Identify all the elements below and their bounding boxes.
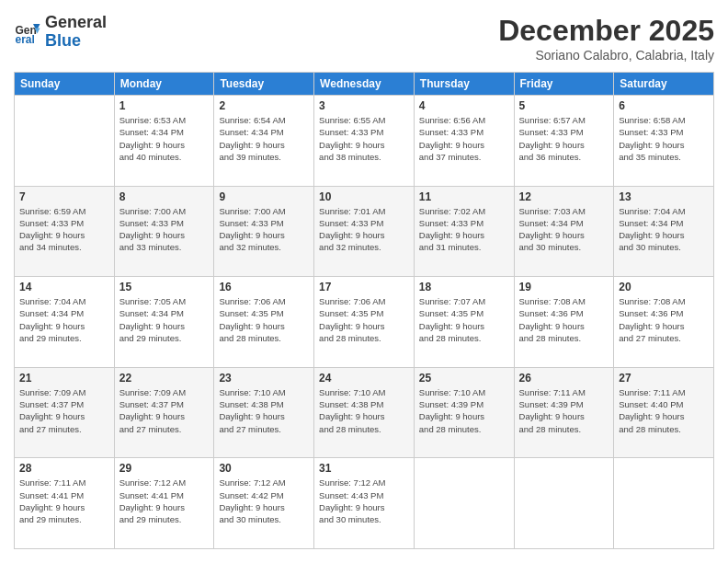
calendar-cell: 30Sunrise: 7:12 AMSunset: 4:42 PMDayligh…	[214, 458, 314, 549]
calendar-cell	[15, 96, 115, 187]
calendar-cell: 28Sunrise: 7:11 AMSunset: 4:41 PMDayligh…	[15, 458, 115, 549]
day-number: 27	[619, 372, 709, 385]
day-info: Sunrise: 7:05 AMSunset: 4:34 PMDaylight:…	[119, 295, 210, 344]
calendar-cell: 12Sunrise: 7:03 AMSunset: 4:34 PMDayligh…	[514, 186, 614, 277]
day-info: Sunrise: 7:09 AMSunset: 4:37 PMDaylight:…	[119, 386, 210, 435]
day-number: 31	[319, 462, 409, 475]
day-header-saturday: Saturday	[614, 73, 714, 96]
day-info: Sunrise: 7:00 AMSunset: 4:33 PMDaylight:…	[119, 205, 210, 254]
day-number: 12	[519, 190, 609, 203]
calendar-cell: 15Sunrise: 7:05 AMSunset: 4:34 PMDayligh…	[114, 277, 214, 368]
day-number: 21	[19, 372, 109, 385]
calendar-cell: 6Sunrise: 6:58 AMSunset: 4:33 PMDaylight…	[614, 96, 714, 187]
day-info: Sunrise: 7:12 AMSunset: 4:41 PMDaylight:…	[119, 477, 210, 525]
day-info: Sunrise: 7:08 AMSunset: 4:36 PMDaylight:…	[619, 295, 709, 344]
day-number: 28	[19, 462, 109, 475]
day-info: Sunrise: 7:12 AMSunset: 4:43 PMDaylight:…	[319, 477, 409, 525]
day-number: 5	[519, 99, 609, 112]
day-number: 18	[419, 281, 509, 293]
day-info: Sunrise: 7:09 AMSunset: 4:37 PMDaylight:…	[19, 386, 109, 435]
day-number: 4	[419, 99, 509, 112]
calendar-cell: 18Sunrise: 7:07 AMSunset: 4:35 PMDayligh…	[414, 277, 514, 368]
day-number: 26	[519, 372, 609, 385]
calendar-week-1: 7Sunrise: 6:59 AMSunset: 4:33 PMDaylight…	[15, 186, 714, 277]
day-info: Sunrise: 7:11 AMSunset: 4:41 PMDaylight:…	[19, 477, 109, 525]
month-title: December 2025	[498, 14, 714, 48]
calendar-cell: 16Sunrise: 7:06 AMSunset: 4:35 PMDayligh…	[214, 277, 314, 368]
calendar-cell: 9Sunrise: 7:00 AMSunset: 4:33 PMDaylight…	[214, 186, 314, 277]
title-block: December 2025 Soriano Calabro, Calabria,…	[498, 14, 714, 63]
day-number: 2	[219, 99, 309, 112]
calendar-cell: 22Sunrise: 7:09 AMSunset: 4:37 PMDayligh…	[114, 367, 214, 458]
svg-text:eral: eral	[16, 33, 35, 46]
day-info: Sunrise: 7:01 AMSunset: 4:33 PMDaylight:…	[319, 205, 409, 254]
calendar-cell: 4Sunrise: 6:56 AMSunset: 4:33 PMDaylight…	[414, 96, 514, 187]
day-number: 9	[219, 190, 309, 203]
calendar-cell: 25Sunrise: 7:10 AMSunset: 4:39 PMDayligh…	[414, 367, 514, 458]
day-info: Sunrise: 6:53 AMSunset: 4:34 PMDaylight:…	[119, 114, 210, 163]
day-info: Sunrise: 7:10 AMSunset: 4:39 PMDaylight:…	[419, 386, 509, 435]
calendar-cell: 23Sunrise: 7:10 AMSunset: 4:38 PMDayligh…	[214, 367, 314, 458]
day-number: 10	[319, 190, 409, 203]
calendar-cell: 3Sunrise: 6:55 AMSunset: 4:33 PMDaylight…	[314, 96, 415, 187]
calendar-cell: 24Sunrise: 7:10 AMSunset: 4:38 PMDayligh…	[314, 367, 415, 458]
day-header-sunday: Sunday	[15, 73, 115, 96]
day-info: Sunrise: 7:06 AMSunset: 4:35 PMDaylight:…	[319, 295, 409, 344]
calendar-week-4: 28Sunrise: 7:11 AMSunset: 4:41 PMDayligh…	[15, 458, 714, 549]
calendar-cell: 13Sunrise: 7:04 AMSunset: 4:34 PMDayligh…	[614, 186, 714, 277]
day-info: Sunrise: 7:07 AMSunset: 4:35 PMDaylight:…	[419, 295, 509, 344]
calendar-cell: 27Sunrise: 7:11 AMSunset: 4:40 PMDayligh…	[614, 367, 714, 458]
calendar-cell: 17Sunrise: 7:06 AMSunset: 4:35 PMDayligh…	[314, 277, 415, 368]
calendar-cell: 11Sunrise: 7:02 AMSunset: 4:33 PMDayligh…	[414, 186, 514, 277]
day-info: Sunrise: 7:06 AMSunset: 4:35 PMDaylight:…	[219, 295, 309, 344]
day-number: 20	[619, 281, 709, 293]
calendar-cell: 10Sunrise: 7:01 AMSunset: 4:33 PMDayligh…	[314, 186, 415, 277]
day-info: Sunrise: 7:11 AMSunset: 4:40 PMDaylight:…	[619, 386, 709, 435]
day-info: Sunrise: 7:04 AMSunset: 4:34 PMDaylight:…	[619, 205, 709, 254]
logo-icon: Gen eral	[14, 18, 41, 46]
day-header-thursday: Thursday	[414, 73, 514, 96]
day-info: Sunrise: 7:10 AMSunset: 4:38 PMDaylight:…	[219, 386, 309, 435]
day-header-wednesday: Wednesday	[314, 73, 415, 96]
calendar-header-row: SundayMondayTuesdayWednesdayThursdayFrid…	[15, 73, 714, 96]
day-number: 15	[119, 281, 210, 293]
calendar-cell: 5Sunrise: 6:57 AMSunset: 4:33 PMDaylight…	[514, 96, 614, 187]
day-number: 11	[419, 190, 509, 203]
logo: Gen eral General Blue	[14, 14, 107, 51]
day-info: Sunrise: 6:56 AMSunset: 4:33 PMDaylight:…	[419, 114, 509, 163]
day-info: Sunrise: 7:12 AMSunset: 4:42 PMDaylight:…	[219, 477, 309, 525]
day-number: 14	[19, 281, 109, 293]
calendar-cell: 14Sunrise: 7:04 AMSunset: 4:34 PMDayligh…	[15, 277, 115, 368]
header: Gen eral General Blue December 2025 Sori…	[14, 14, 714, 63]
calendar-cell	[514, 458, 614, 549]
day-number: 22	[119, 372, 210, 385]
day-number: 8	[119, 190, 210, 203]
calendar-cell: 29Sunrise: 7:12 AMSunset: 4:41 PMDayligh…	[114, 458, 214, 549]
day-number: 13	[619, 190, 709, 203]
day-number: 30	[219, 462, 309, 475]
calendar-cell: 19Sunrise: 7:08 AMSunset: 4:36 PMDayligh…	[514, 277, 614, 368]
calendar-cell: 8Sunrise: 7:00 AMSunset: 4:33 PMDaylight…	[114, 186, 214, 277]
calendar-cell	[614, 458, 714, 549]
day-info: Sunrise: 6:57 AMSunset: 4:33 PMDaylight:…	[519, 114, 609, 163]
day-info: Sunrise: 6:55 AMSunset: 4:33 PMDaylight:…	[319, 114, 409, 163]
day-number: 25	[419, 372, 509, 385]
calendar-cell: 20Sunrise: 7:08 AMSunset: 4:36 PMDayligh…	[614, 277, 714, 368]
day-number: 6	[619, 99, 709, 112]
day-number: 24	[319, 372, 409, 385]
day-info: Sunrise: 7:11 AMSunset: 4:39 PMDaylight:…	[519, 386, 609, 435]
day-info: Sunrise: 7:02 AMSunset: 4:33 PMDaylight:…	[419, 205, 509, 254]
day-info: Sunrise: 7:03 AMSunset: 4:34 PMDaylight:…	[519, 205, 609, 254]
day-info: Sunrise: 6:58 AMSunset: 4:33 PMDaylight:…	[619, 114, 709, 163]
calendar-cell: 7Sunrise: 6:59 AMSunset: 4:33 PMDaylight…	[15, 186, 115, 277]
calendar-cell	[414, 458, 514, 549]
day-info: Sunrise: 7:08 AMSunset: 4:36 PMDaylight:…	[519, 295, 609, 344]
calendar-week-0: 1Sunrise: 6:53 AMSunset: 4:34 PMDaylight…	[15, 96, 714, 187]
calendar-table: SundayMondayTuesdayWednesdayThursdayFrid…	[14, 72, 714, 549]
subtitle: Soriano Calabro, Calabria, Italy	[498, 48, 714, 63]
calendar-cell: 1Sunrise: 6:53 AMSunset: 4:34 PMDaylight…	[114, 96, 214, 187]
day-number: 3	[319, 99, 409, 112]
calendar-cell: 21Sunrise: 7:09 AMSunset: 4:37 PMDayligh…	[15, 367, 115, 458]
calendar-cell: 26Sunrise: 7:11 AMSunset: 4:39 PMDayligh…	[514, 367, 614, 458]
page: Gen eral General Blue December 2025 Sori…	[0, 0, 728, 563]
